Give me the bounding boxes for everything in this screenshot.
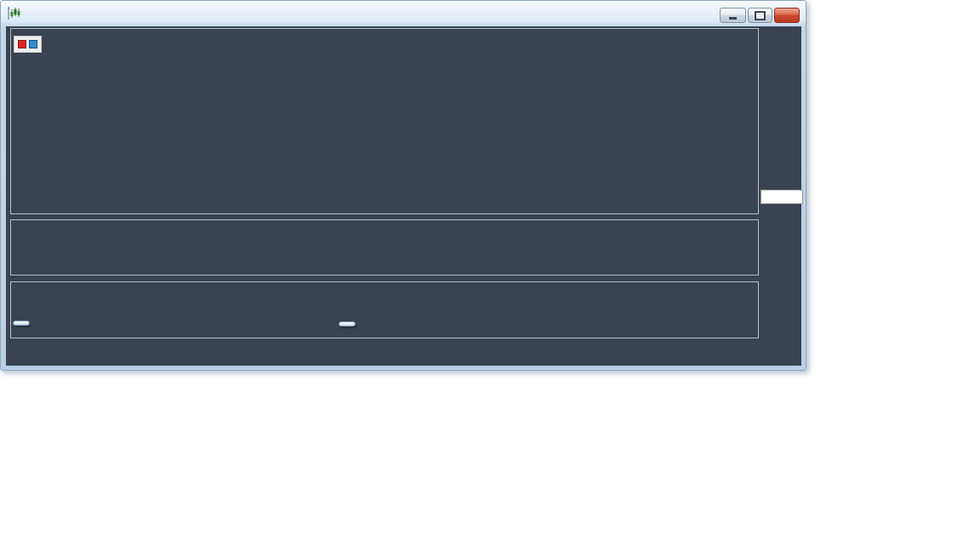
- app-icon: [7, 6, 22, 21]
- month-label-jan2020: [339, 321, 356, 327]
- indicator-color-button-red[interactable]: [18, 40, 26, 48]
- current-price-box: [761, 190, 803, 204]
- rsi-chart-canvas[interactable]: [11, 282, 758, 338]
- restore-icon: [755, 11, 766, 20]
- date-axis-ticks: [11, 339, 763, 346]
- minimize-button[interactable]: [720, 8, 746, 23]
- macd-panel[interactable]: [10, 219, 759, 276]
- chart-window: [0, 0, 806, 371]
- price-chart-canvas[interactable]: [11, 29, 758, 213]
- restore-button[interactable]: [748, 8, 772, 23]
- indicator-color-button-blue[interactable]: [29, 40, 37, 48]
- rsi-panel[interactable]: [10, 281, 759, 338]
- desktop: [0, 0, 980, 551]
- minimize-icon: [729, 17, 737, 20]
- month-label-dec2019: [13, 321, 30, 326]
- window-titlebar[interactable]: [1, 1, 806, 26]
- macd-chart-canvas[interactable]: [11, 220, 758, 275]
- indicator-buttons-panel[interactable]: [14, 36, 42, 53]
- price-panel[interactable]: [10, 28, 759, 214]
- chart-client-area: [6, 26, 801, 366]
- close-button[interactable]: [774, 8, 800, 23]
